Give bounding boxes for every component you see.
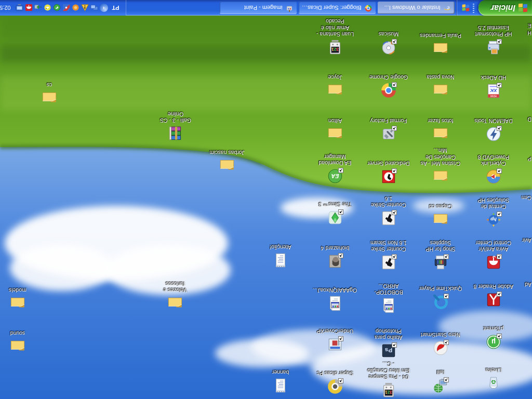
desktop-icon-label: Cristina Mel - As Canções De Min... (419, 148, 462, 167)
desktop-icon-label: CyberLink PowerDVD 8 (472, 154, 515, 167)
shortcut-arrow-icon (338, 168, 343, 173)
desktop-icon-shop-for-hp-supplies[interactable]: Shop for HP Supplies (419, 240, 462, 271)
desktop-icon-cyberlink-powerdvd-8[interactable]: CyberLink PowerDVD 8 (472, 154, 515, 185)
desktop-icon-nova-pasta[interactable]: Nova pasta (419, 74, 462, 99)
network-pair-tray-icon[interactable] (90, 4, 98, 12)
quick-launch-windows-icon[interactable] (460, 2, 471, 14)
desktop-icon-galli-3-cs-online[interactable]: Galli - 3 - CS Online (154, 111, 197, 142)
shortcut-arrow-icon (497, 126, 502, 131)
folder-icon (326, 82, 344, 99)
desktop-icon-04-pra-sempre-em-meu-cora-o-c[interactable]: 32104 - Pra Sempre Em Meu Coração - C... (367, 361, 410, 399)
shortcut-arrow-icon (392, 126, 397, 131)
tray-chevron-icon[interactable]: ‹ (100, 4, 108, 12)
desktop-icon-label: Avira AntiVir Control Center (472, 240, 515, 252)
rotated-desktop: HP Photosmart Essential 2.5HDMIXKHD ADec… (0, 0, 532, 399)
clipped-label-fragment: Cen (522, 195, 531, 201)
desktop-icon-aten-o[interactable]: Atenção! (259, 244, 302, 269)
desktop-icon-avira-antivir-control-center[interactable]: Avira AntiVir Control Center (472, 240, 515, 271)
desktop-icon-hp-photosmart-essential-2-5[interactable]: HP Photosmart Essential 2.5 (472, 24, 515, 56)
desktop-icon-counter-strike-1-6-non-steam[interactable]: Counter Strike 1.6 Non Steam (367, 240, 410, 271)
nero-icon (432, 339, 449, 357)
task-label: Instalar o Windows I... (384, 5, 441, 11)
taskbar: Iniciar eInstalar o Windows I...Blogger:… (0, 0, 532, 16)
desktop-icon-label: cs (28, 82, 71, 88)
desktop-icon-cristina-mel-as-can-es-de-min[interactable]: Cristina Mel - As Canções De Min... (419, 148, 462, 185)
desktop-icon-torrent[interactable]: µµTorrent (472, 326, 515, 351)
orange-app-tray-icon[interactable] (72, 4, 79, 12)
desktop-icon-banner[interactable]: banner (259, 369, 302, 394)
desktop-icon-format-factory[interactable]: Format Factory (367, 118, 410, 143)
chrome-gold-icon (326, 378, 344, 395)
desktop-icon-dedicated-server[interactable]: Dedicated Server (367, 161, 410, 185)
desktop-icon-label: banner (259, 369, 302, 376)
desktop-icon-undercoverxp[interactable]: UnderCoverXP (313, 328, 357, 353)
red-blue-app-tray-icon[interactable] (62, 4, 70, 12)
desktop-icon-biohazard-4[interactable]: biohazard 4 (313, 245, 357, 270)
desktop-icon-label: EA Download Manager (313, 153, 357, 166)
desktop-icon-fotos-fazer[interactable]: fotos fazer (419, 118, 462, 143)
desktop-icon-google-chrome[interactable]: Google Chrome (367, 74, 410, 99)
folder-icon (432, 82, 449, 99)
desktop-icon-label: Ailton (313, 118, 357, 124)
taskbar-task-blogger-super-dicas[interactable]: Blogger: Super Dicas ... (299, 2, 376, 14)
desktop-icon-label: Velozes e furiosos (153, 281, 197, 294)
svg-text:HDMI: HDMI (490, 95, 497, 97)
desktop-icon-label: biohazard 4 (313, 245, 357, 251)
desktop-icon-daemon-tools[interactable]: DAEMON Tools (472, 118, 515, 143)
desktop-icon-central-de-solu-es-hp[interactable]: hpCentral de Soluções HP (472, 197, 515, 229)
green-app-tray-icon[interactable] (53, 4, 61, 12)
desktop-icon-musicas[interactable]: Musicas (367, 31, 410, 56)
start-button[interactable]: Iniciar (478, 0, 532, 16)
desktop-icon-lalil[interactable]: lalil (419, 369, 462, 394)
desktop-icon-models[interactable]: models (0, 287, 39, 312)
desktop-icon-label: HP Photosmart Essential 2.5 (472, 24, 515, 37)
desktop-icon-counter-strike-1-6[interactable]: Counter-Strike 1.6 (367, 195, 410, 227)
photo-thumb-icon (326, 252, 344, 270)
quick-launch-grip[interactable] (473, 3, 474, 13)
green-arrow-tray-icon[interactable] (34, 4, 42, 12)
desktop-icon-label: 04 - Pra Sempre Em Meu Coração - C... (367, 361, 410, 380)
desktop-icon-atalho-para-photoshop[interactable]: PsAtalho para Photoshop (367, 328, 410, 360)
taskbar-task-instalar-o-windows-i[interactable]: eInstalar o Windows I... (378, 2, 455, 14)
desktop-icon-ailton[interactable]: Ailton (313, 118, 357, 143)
desktop-icon-capas-cd[interactable]: Capas cd (419, 204, 462, 229)
desktop-icon-luan-santana-amar-n-o-pecado[interactable]: 321Luan Santana - Amar não é Pecado (313, 18, 357, 56)
desktop-icon-label: Shop for HP Supplies (419, 240, 462, 252)
desktop-icon-adobe-reader-8[interactable]: Adobe Reader 8 (472, 284, 515, 309)
desktop-icon-hd-adeck[interactable]: HDMIXKHD ADeck (472, 75, 515, 100)
svg-text:e: e (446, 5, 449, 12)
display-tray-icon[interactable] (16, 4, 23, 12)
folder-icon (432, 40, 449, 58)
desktop-icon-lixeira[interactable]: ♻Lixeira (472, 367, 515, 392)
desktop-icon-sound[interactable]: sound (0, 330, 39, 355)
svg-text:EA: EA (331, 173, 339, 179)
folder-icon (41, 89, 58, 107)
shortcut-arrow-icon (392, 168, 397, 174)
system-tray: PT ‹ 02:55 (0, 0, 126, 16)
desktop-icon-ogaaaiqnxoaj[interactable]: OgAAAIQNxoaJ... (313, 287, 357, 312)
desktop-icon-bobotop-arro[interactable]: BOBOTOP-ARRO... (367, 283, 410, 314)
language-indicator[interactable]: PT (110, 4, 122, 12)
desktop-icon-velozes-e-furiosos[interactable]: Velozes e furiosos (153, 281, 197, 312)
desktop-icon-cs[interactable]: cs (28, 82, 71, 107)
bird-app-tray-icon[interactable] (44, 4, 51, 12)
desktop-icon-label: Counter-Strike 1.6 (367, 195, 410, 208)
warning-tray-icon[interactable] (81, 4, 89, 12)
avira-tray-icon[interactable] (25, 4, 33, 12)
desktop-icon-ea-download-manager[interactable]: EAEA Download Manager (313, 153, 357, 185)
svg-text:Ps: Ps (384, 347, 392, 354)
desktop-icon-label: Counter Strike 1.6 Non Steam (367, 240, 410, 252)
desktop-icon-the-sims-3[interactable]: The Sims™ 3 (313, 202, 357, 227)
clipped-label-fragment: Ad (525, 282, 531, 288)
desktop-icon-quicktime-player[interactable]: QuickTime Player (419, 286, 462, 311)
desktop-icon-jorbas-nascim[interactable]: Jorbas nascim (205, 150, 249, 175)
shortcut-arrow-icon (444, 340, 449, 345)
shortcut-arrow-icon (497, 168, 502, 174)
ea-icon: EA (326, 167, 344, 185)
taskbar-task-imagem-paint[interactable]: imagem - Paint (220, 2, 297, 14)
folder-icon (432, 125, 449, 143)
desktop-icon-paula-fernandes[interactable]: Paula Fernandes (419, 33, 462, 58)
desktop-icon-super-dicas-pc[interactable]: Super dicas Pc (313, 370, 357, 395)
desktop-icon-nero-startsmart[interactable]: Nero StartSmart (419, 332, 462, 357)
desktop-icon-joyce[interactable]: Joyce (313, 74, 357, 99)
